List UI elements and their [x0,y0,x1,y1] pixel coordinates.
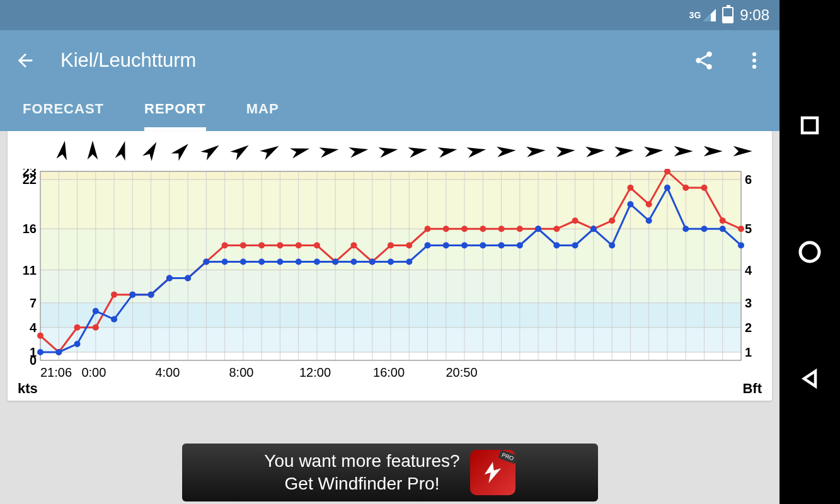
svg-text:3: 3 [745,296,752,310]
wind-arrow-icon [434,139,459,166]
wind-direction-row [13,134,767,169]
svg-point-99 [350,242,357,248]
svg-point-117 [682,185,689,191]
status-bar: 3G 9:08 [0,0,780,30]
ad-text: You want more features? Get Windfinder P… [264,450,459,496]
wind-arrow-icon [493,139,518,166]
svg-point-121 [37,349,43,355]
wind-arrow-icon [582,139,607,166]
svg-point-158 [720,226,726,232]
svg-point-113 [609,217,615,224]
back-nav-button[interactable] [798,367,821,390]
svg-point-146 [498,242,505,248]
svg-point-119 [720,217,726,224]
svg-point-104 [443,226,449,232]
svg-point-140 [388,258,394,265]
svg-point-135 [296,258,302,265]
svg-point-86 [111,292,117,298]
wind-arrow-icon [375,139,400,166]
svg-point-118 [701,185,707,191]
svg-point-95 [277,242,283,248]
svg-text:8:00: 8:00 [229,365,253,379]
unit-right-label: Bft [742,381,762,397]
svg-point-94 [258,242,265,248]
svg-point-136 [314,258,320,265]
page-title: Kiel/Leuchtturm [60,49,669,72]
svg-point-82 [37,333,43,339]
svg-text:11: 11 [23,263,37,277]
svg-point-115 [646,201,652,207]
home-button[interactable] [797,239,822,265]
svg-point-96 [296,242,302,248]
svg-point-92 [222,242,228,248]
signal-icon [702,8,717,23]
android-nav-bar [780,0,840,504]
wind-arrow-icon [345,139,371,166]
svg-text:16:00: 16:00 [373,365,405,379]
tab-report[interactable]: REPORT [144,91,206,131]
svg-point-147 [517,242,523,248]
svg-text:23: 23 [23,169,37,178]
tab-forecast[interactable]: FORECAST [23,91,104,131]
svg-point-148 [535,226,541,232]
wind-arrow-icon [522,139,548,166]
svg-text:6: 6 [745,173,752,186]
wind-arrow-icon [139,139,164,166]
wind-arrow-icon [168,139,193,166]
svg-point-156 [682,226,689,232]
svg-point-144 [461,242,468,248]
svg-point-124 [93,308,99,314]
svg-point-122 [55,349,62,355]
svg-text:0:00: 0:00 [81,365,106,379]
svg-point-137 [332,258,338,265]
svg-point-110 [553,226,560,232]
svg-text:1: 1 [745,345,752,359]
svg-point-85 [93,324,99,331]
battery-icon [722,7,734,23]
share-button[interactable] [689,45,719,76]
app-bar: Kiel/Leuchtturm FORECAST REPORT MAP [0,30,780,131]
svg-point-126 [129,292,135,298]
overflow-menu-button[interactable] [739,45,769,76]
svg-point-131 [222,258,228,265]
svg-point-103 [425,226,431,232]
svg-point-120 [738,226,744,232]
tab-map[interactable]: MAP [246,91,279,131]
svg-text:20:50: 20:50 [446,365,477,379]
svg-text:4: 4 [745,263,752,277]
svg-point-141 [406,258,412,265]
svg-point-129 [185,275,191,282]
wind-arrow-icon [110,139,135,166]
svg-point-142 [425,242,431,248]
svg-point-4 [752,59,756,62]
recent-apps-button[interactable] [798,114,821,137]
svg-point-157 [701,226,707,232]
ad-banner[interactable]: You want more features? Get Windfinder P… [182,444,598,501]
svg-point-123 [74,341,81,347]
svg-point-151 [590,226,597,232]
svg-point-152 [609,242,615,248]
wind-arrow-icon [227,139,253,166]
svg-point-161 [800,243,819,261]
wind-chart[interactable]: 01471116222312345621:060:004:008:0012:00… [13,169,769,396]
svg-point-130 [203,258,209,265]
clock: 9:08 [740,6,769,24]
svg-point-127 [148,292,154,298]
signal-label: 3G [689,10,701,20]
svg-text:4: 4 [30,321,37,335]
svg-point-139 [369,258,376,265]
svg-point-150 [572,242,578,248]
svg-point-153 [627,201,633,207]
wind-arrow-icon [80,139,105,166]
wind-arrow-icon [198,139,223,166]
svg-point-145 [480,242,486,248]
wind-arrow-icon [640,139,665,166]
svg-point-107 [498,226,505,232]
back-button[interactable] [10,45,40,76]
svg-point-93 [240,242,246,248]
svg-point-5 [752,65,756,69]
wind-arrow-icon [287,139,312,166]
svg-text:1: 1 [30,345,37,359]
wind-arrow-icon [670,139,695,166]
svg-point-84 [74,324,81,331]
